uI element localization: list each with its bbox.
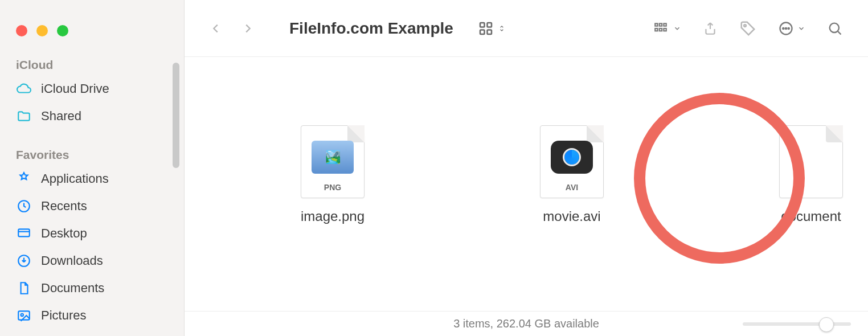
svg-rect-1 xyxy=(18,229,30,236)
svg-point-20 xyxy=(830,23,839,32)
file-item[interactable]: document xyxy=(754,125,868,311)
tags-button[interactable] xyxy=(735,17,761,40)
sidebar-item-label: Documents xyxy=(41,281,104,296)
pictures-icon xyxy=(16,308,32,323)
sidebar-item-label: Downloads xyxy=(41,253,103,268)
svg-point-4 xyxy=(21,314,23,316)
group-by-button[interactable] xyxy=(647,18,686,39)
svg-point-15 xyxy=(744,24,746,27)
download-icon xyxy=(16,253,32,269)
file-name-label: image.png xyxy=(301,208,365,224)
window-controls xyxy=(0,17,184,55)
fullscreen-window-button[interactable] xyxy=(57,25,68,36)
chevron-down-icon xyxy=(797,23,805,34)
sidebar-item-recents[interactable]: Recents xyxy=(0,192,184,220)
file-thumbnail-avi: AVI xyxy=(540,125,604,198)
sidebar-item-label: Recents xyxy=(41,199,87,214)
actions-button[interactable] xyxy=(773,17,810,40)
png-thumb-icon xyxy=(312,141,354,174)
file-item[interactable]: PNG image.png xyxy=(276,125,390,311)
svg-point-18 xyxy=(785,27,787,28)
sidebar-item-icloud-drive[interactable]: iCloud Drive xyxy=(0,75,184,103)
svg-rect-13 xyxy=(660,28,662,31)
status-bar: 3 items, 262.04 GB available xyxy=(185,311,868,336)
file-grid: PNG image.png AVI movie.avi document xyxy=(185,57,868,311)
file-badge: PNG xyxy=(301,183,364,192)
share-button[interactable] xyxy=(698,17,722,40)
sidebar-item-label: iCloud Drive xyxy=(41,81,109,96)
sidebar-item-documents[interactable]: Documents xyxy=(0,274,184,302)
back-button[interactable] xyxy=(205,17,227,40)
svg-rect-8 xyxy=(487,30,492,34)
icon-size-slider[interactable] xyxy=(743,322,851,326)
svg-rect-11 xyxy=(664,23,666,26)
file-badge: AVI xyxy=(541,183,603,192)
sidebar-scrollbar[interactable] xyxy=(173,63,179,168)
sidebar-item-downloads[interactable]: Downloads xyxy=(0,247,184,274)
minimize-window-button[interactable] xyxy=(36,25,48,36)
window-title: FileInfo.com Example xyxy=(289,19,453,38)
toolbar: FileInfo.com Example xyxy=(185,0,868,57)
svg-rect-7 xyxy=(480,30,485,34)
svg-point-19 xyxy=(788,27,789,28)
desktop-icon xyxy=(16,226,32,241)
chevron-updown-icon xyxy=(498,20,506,37)
file-name-label: movie.avi xyxy=(543,208,600,224)
view-mode-button[interactable] xyxy=(473,17,510,40)
main-pane: FileInfo.com Example xyxy=(185,0,868,336)
sidebar-section-icloud: iCloud xyxy=(0,55,184,75)
cloud-icon xyxy=(16,81,32,97)
close-window-button[interactable] xyxy=(16,25,27,36)
sidebar-item-label: Pictures xyxy=(41,308,86,323)
search-button[interactable] xyxy=(822,17,847,40)
file-name-label: document xyxy=(781,208,841,224)
sidebar-item-shared[interactable]: Shared xyxy=(0,103,184,130)
sidebar-item-applications[interactable]: Applications xyxy=(0,165,184,192)
file-thumbnail-blank xyxy=(779,125,843,198)
sidebar-item-label: Applications xyxy=(41,171,109,186)
forward-button[interactable] xyxy=(237,17,259,40)
status-text: 3 items, 262.04 GB available xyxy=(453,317,599,330)
svg-rect-14 xyxy=(664,28,666,31)
svg-rect-12 xyxy=(655,28,657,31)
file-thumbnail-png: PNG xyxy=(301,125,365,198)
svg-rect-5 xyxy=(480,23,485,27)
document-icon xyxy=(16,280,32,296)
sidebar: iCloud iCloud Drive Shared Favorites App… xyxy=(0,0,185,336)
sidebar-item-label: Shared xyxy=(41,109,81,124)
chevron-down-icon xyxy=(673,23,681,34)
svg-rect-9 xyxy=(655,23,657,26)
sidebar-section-favorites: Favorites xyxy=(0,145,184,165)
sidebar-item-desktop[interactable]: Desktop xyxy=(0,220,184,247)
svg-point-17 xyxy=(783,27,784,28)
svg-rect-10 xyxy=(660,23,662,26)
clock-icon xyxy=(16,198,32,214)
sidebar-item-label: Desktop xyxy=(41,226,87,241)
file-item[interactable]: AVI movie.avi xyxy=(515,125,629,311)
apps-icon xyxy=(16,171,32,187)
quicktime-icon xyxy=(551,141,593,174)
svg-rect-6 xyxy=(487,23,492,27)
folder-shared-icon xyxy=(16,108,32,124)
sidebar-item-pictures[interactable]: Pictures xyxy=(0,302,184,329)
